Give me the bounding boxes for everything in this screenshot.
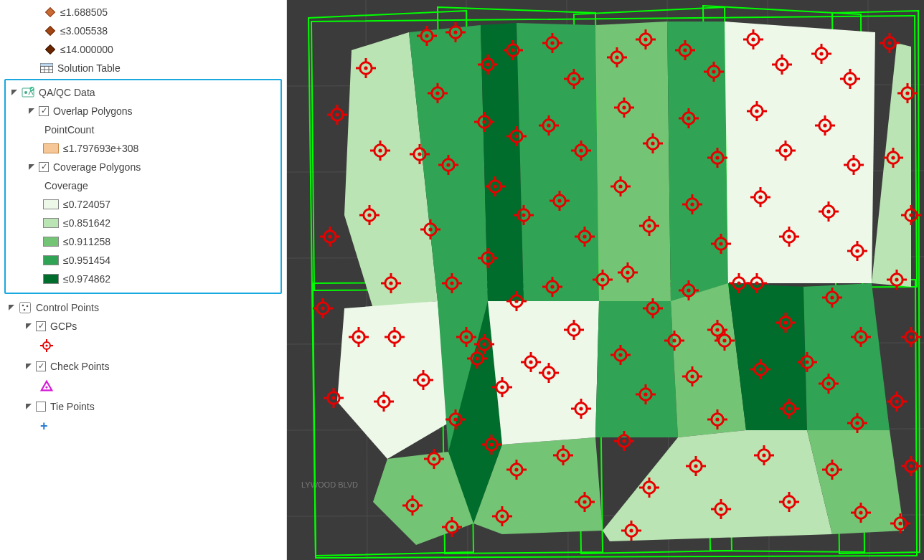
- coverage-polygons-label: Coverage Polygons: [52, 161, 141, 173]
- qaqc-group-row[interactable]: QA/QC Data: [6, 83, 280, 102]
- gcp-symbol-row: [3, 336, 286, 357]
- svg-marker-17: [26, 323, 32, 329]
- map-canvas[interactable]: Hollywood LYWOOD BLVD: [287, 0, 924, 560]
- svg-marker-6: [11, 90, 17, 95]
- pointcount-heading-row: PointCount: [6, 120, 280, 139]
- class-break-row: ≤14.000000: [3, 40, 286, 59]
- diamond-symbol-icon: [44, 46, 56, 53]
- control-points-group-row[interactable]: Control Points: [3, 298, 286, 317]
- class-break-label: ≤1.688505: [59, 6, 108, 18]
- class-break-row: ≤0.851642: [6, 214, 280, 232]
- control-points-label: Control Points: [34, 302, 99, 313]
- svg-marker-60: [725, 22, 875, 283]
- svg-marker-12: [9, 305, 14, 310]
- fill-swatch-icon: [43, 274, 59, 284]
- checkpoint-triangle-icon: [40, 379, 53, 394]
- class-break-row: ≤3.005538: [3, 22, 286, 40]
- fill-swatch-icon: [43, 237, 59, 247]
- class-break-row: ≤1.797693e+308: [6, 139, 280, 158]
- qaqc-group-icon: [22, 86, 34, 99]
- solution-table-label: Solution Table: [56, 62, 121, 74]
- overlap-polygons-label: Overlap Polygons: [52, 105, 133, 117]
- class-break-row: ≤0.951454: [6, 251, 280, 270]
- svg-point-8: [24, 91, 27, 94]
- svg-marker-11: [29, 164, 34, 170]
- expand-caret-icon[interactable]: [24, 402, 33, 411]
- pointcount-heading: PointCount: [43, 124, 94, 136]
- svg-rect-13: [20, 303, 31, 313]
- svg-marker-24: [26, 364, 32, 369]
- coverage-heading-row: Coverage: [6, 176, 280, 195]
- class-break-label: ≤14.000000: [59, 44, 113, 55]
- fill-swatch-icon: [43, 218, 59, 228]
- gcps-row[interactable]: GCPs: [3, 317, 286, 336]
- class-break-label: ≤1.797693e+308: [62, 143, 138, 154]
- expand-caret-icon[interactable]: [10, 88, 19, 97]
- svg-marker-10: [29, 108, 34, 114]
- expand-caret-icon[interactable]: [27, 163, 36, 171]
- checkpoint-symbol-row: [3, 376, 286, 397]
- svg-marker-67: [595, 301, 678, 437]
- class-break-label: ≤0.974862: [62, 273, 110, 285]
- svg-marker-27: [26, 404, 32, 409]
- svg-point-16: [24, 309, 26, 311]
- svg-marker-58: [595, 22, 671, 301]
- tiepoint-plus-icon: +: [40, 419, 48, 432]
- layer-visibility-checkbox[interactable]: [36, 321, 46, 331]
- table-icon: [40, 62, 53, 75]
- svg-point-19: [45, 344, 47, 346]
- gcp-target-icon: [40, 339, 53, 354]
- gcps-label: GCPs: [49, 321, 77, 332]
- layer-visibility-checkbox[interactable]: [36, 402, 46, 412]
- layer-visibility-checkbox[interactable]: [36, 361, 46, 371]
- overlap-polygons-row[interactable]: Overlap Polygons: [6, 102, 280, 120]
- qaqc-group-label: QA/QC Data: [37, 87, 95, 98]
- class-break-label: ≤3.005538: [59, 25, 108, 37]
- layer-visibility-checkbox[interactable]: [39, 162, 49, 172]
- map-view[interactable]: Hollywood LYWOOD BLVD: [287, 0, 924, 560]
- coverage-heading: Coverage: [43, 180, 88, 191]
- class-break-label: ≤0.951454: [62, 255, 110, 266]
- tiepoint-symbol-row: +: [3, 416, 286, 436]
- check-points-row[interactable]: Check Points: [3, 357, 286, 376]
- svg-point-15: [27, 305, 29, 308]
- points-group-icon: [19, 301, 32, 314]
- svg-marker-57: [517, 23, 599, 301]
- class-break-label: ≤0.724057: [62, 199, 110, 210]
- class-break-label: ≤0.851642: [62, 217, 110, 229]
- diamond-symbol-icon: [44, 27, 56, 34]
- expand-caret-icon[interactable]: [27, 107, 36, 115]
- svg-point-26: [46, 386, 48, 388]
- contents-pane: ≤1.688505 ≤3.005538 ≤14.000000 Solution …: [0, 0, 287, 560]
- check-points-label: Check Points: [49, 361, 109, 372]
- expand-caret-icon[interactable]: [24, 322, 33, 331]
- tie-points-row[interactable]: Tie Points: [3, 397, 286, 416]
- svg-rect-5: [41, 64, 53, 67]
- tie-points-label: Tie Points: [49, 401, 95, 412]
- fill-swatch-icon: [43, 199, 59, 209]
- coverage-polygons-row[interactable]: Coverage Polygons: [6, 158, 280, 176]
- svg-marker-59: [667, 22, 728, 301]
- fill-swatch-icon: [43, 255, 59, 265]
- class-break-label: ≤0.911258: [62, 236, 110, 247]
- expand-caret-icon[interactable]: [7, 303, 16, 312]
- class-break-row: ≤1.688505: [3, 3, 286, 22]
- fill-swatch-icon: [43, 143, 59, 153]
- expand-caret-icon[interactable]: [24, 362, 33, 371]
- svg-marker-25: [42, 381, 52, 390]
- basemap-label: LYWOOD BLVD: [301, 480, 358, 489]
- solution-table-row[interactable]: Solution Table: [3, 59, 286, 77]
- layer-visibility-checkbox[interactable]: [39, 106, 49, 116]
- svg-point-14: [22, 305, 24, 307]
- class-break-row: ≤0.974862: [6, 270, 280, 288]
- qaqc-highlight: QA/QC Data Overlap Polygons PointCount ≤…: [4, 79, 282, 294]
- class-break-row: ≤0.911258: [6, 232, 280, 251]
- class-break-row: ≤0.724057: [6, 195, 280, 214]
- diamond-symbol-icon: [44, 9, 56, 16]
